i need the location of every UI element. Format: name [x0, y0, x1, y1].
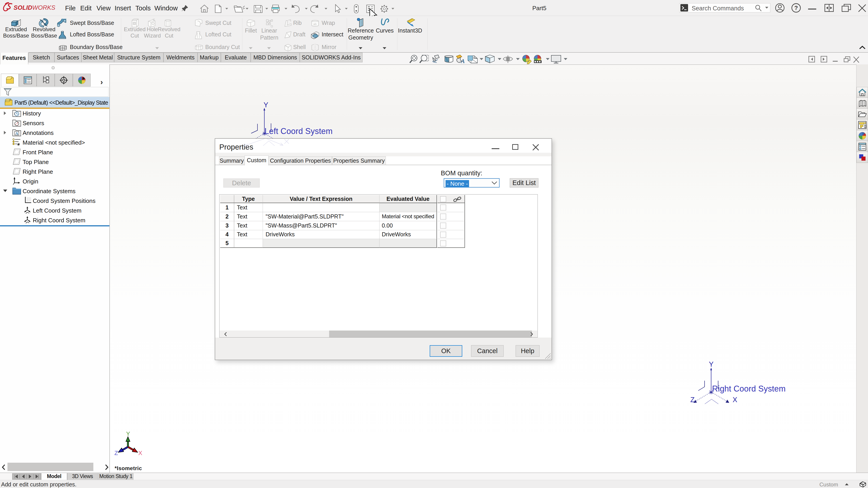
- svg-text:Y: Y: [709, 360, 714, 368]
- svg-text:Z: Z: [114, 450, 118, 456]
- svg-text:ab: ab: [313, 22, 316, 26]
- svg-text:Y: Y: [126, 430, 130, 437]
- svg-text:X: X: [733, 396, 737, 404]
- svg-text:X: X: [138, 450, 142, 456]
- svg-text:A: A: [460, 58, 465, 64]
- svg-text:Z: Z: [690, 396, 694, 404]
- svg-text:Y: Y: [264, 101, 268, 109]
- svg-text:A: A: [16, 131, 18, 135]
- svg-text:?: ?: [794, 4, 798, 11]
